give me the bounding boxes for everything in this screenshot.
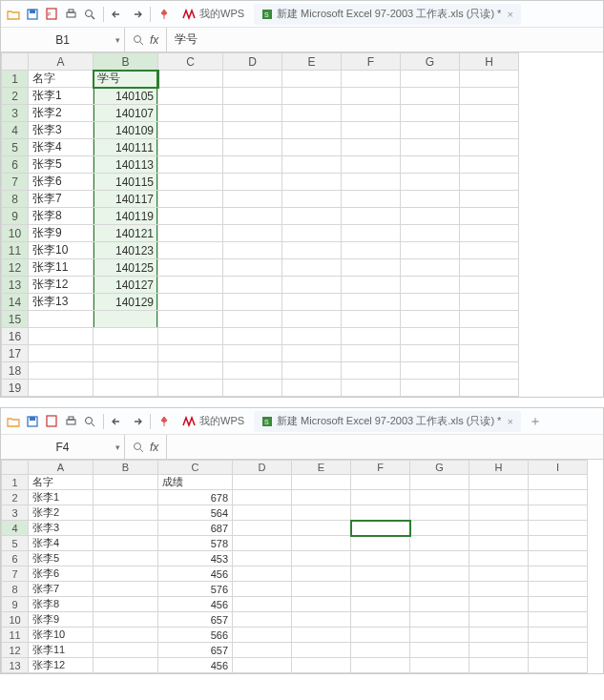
cell[interactable] xyxy=(29,345,94,362)
cell[interactable] xyxy=(410,612,469,628)
cell[interactable] xyxy=(469,505,529,521)
cell[interactable]: 张李2 xyxy=(29,105,94,122)
cell[interactable] xyxy=(233,505,292,521)
cell[interactable] xyxy=(292,551,351,566)
corner-cell[interactable] xyxy=(2,53,29,71)
cell[interactable] xyxy=(351,536,410,551)
cell[interactable]: 张李8 xyxy=(29,208,94,225)
cell[interactable]: 张李12 xyxy=(29,658,94,673)
cell[interactable]: 张李1 xyxy=(29,88,94,105)
cell[interactable]: 张李5 xyxy=(29,551,94,566)
cell[interactable] xyxy=(158,88,223,105)
row-header[interactable]: 1 xyxy=(2,475,29,490)
row-header[interactable]: 11 xyxy=(2,628,29,643)
cell[interactable]: 张李9 xyxy=(29,612,94,628)
cell[interactable] xyxy=(282,71,342,88)
cell[interactable] xyxy=(401,259,460,277)
col-header-E[interactable]: E xyxy=(292,461,351,475)
cell[interactable]: 140123 xyxy=(94,242,158,259)
cell[interactable] xyxy=(529,612,588,628)
pin-icon[interactable] xyxy=(156,413,173,430)
cell[interactable] xyxy=(292,475,351,490)
cell[interactable] xyxy=(410,582,469,597)
cell[interactable] xyxy=(351,490,410,505)
cell[interactable] xyxy=(158,259,223,277)
close-icon[interactable]: × xyxy=(507,416,512,427)
folder-open-icon[interactable] xyxy=(5,413,22,430)
cell[interactable] xyxy=(342,88,401,105)
row-header[interactable]: 6 xyxy=(2,551,29,566)
cell[interactable]: 564 xyxy=(158,505,233,521)
cell[interactable] xyxy=(94,380,158,397)
cell[interactable]: 140105 xyxy=(94,88,158,105)
cell[interactable] xyxy=(223,362,282,380)
cell[interactable] xyxy=(292,521,351,536)
col-header-F[interactable]: F xyxy=(351,461,410,475)
cell[interactable] xyxy=(233,643,292,658)
col-header-H[interactable]: H xyxy=(460,53,519,71)
cell[interactable] xyxy=(94,582,158,597)
col-header-G[interactable]: G xyxy=(410,461,469,475)
cell[interactable] xyxy=(342,156,401,174)
cell[interactable] xyxy=(158,328,223,345)
cell[interactable] xyxy=(292,628,351,643)
cell[interactable] xyxy=(94,597,158,612)
cell[interactable] xyxy=(158,71,223,88)
cell[interactable]: 576 xyxy=(158,582,233,597)
redo-icon[interactable] xyxy=(128,6,145,23)
cell[interactable] xyxy=(410,536,469,551)
cell[interactable] xyxy=(292,658,351,673)
tab-document[interactable]: S 新建 Microsoft Excel 97-2003 工作表.xls (只读… xyxy=(254,4,521,25)
cell[interactable]: 张李7 xyxy=(29,582,94,597)
cell[interactable] xyxy=(401,156,460,174)
cell[interactable] xyxy=(342,139,401,156)
row-header[interactable]: 13 xyxy=(2,658,29,673)
cell[interactable]: 140115 xyxy=(94,174,158,191)
row-header[interactable]: 9 xyxy=(2,208,29,225)
cell[interactable] xyxy=(94,658,158,673)
cell[interactable] xyxy=(410,643,469,658)
cell[interactable] xyxy=(529,521,588,536)
cell[interactable] xyxy=(158,105,223,122)
cell[interactable]: 566 xyxy=(158,628,233,643)
cell[interactable] xyxy=(529,628,588,643)
row-header[interactable]: 10 xyxy=(2,225,29,242)
cell[interactable] xyxy=(282,88,342,105)
cell[interactable]: 张李2 xyxy=(29,505,94,521)
cell[interactable] xyxy=(292,597,351,612)
cell[interactable]: 456 xyxy=(158,658,233,673)
col-header-G[interactable]: G xyxy=(401,53,460,71)
cell[interactable]: 成绩 xyxy=(158,475,233,490)
cell[interactable] xyxy=(282,328,342,345)
cell[interactable] xyxy=(401,139,460,156)
cell[interactable]: 678 xyxy=(158,490,233,505)
cell[interactable] xyxy=(342,362,401,380)
cell[interactable]: 140127 xyxy=(94,277,158,294)
cell[interactable] xyxy=(460,259,519,277)
cell[interactable] xyxy=(158,191,223,208)
cell[interactable]: 张李5 xyxy=(29,156,94,174)
cell[interactable]: 140119 xyxy=(94,208,158,225)
cell[interactable]: 张李13 xyxy=(29,294,94,311)
cell[interactable] xyxy=(469,490,529,505)
row-header[interactable]: 2 xyxy=(2,88,29,105)
save-icon[interactable] xyxy=(24,6,41,23)
cell[interactable] xyxy=(410,551,469,566)
save-icon[interactable] xyxy=(24,413,41,430)
cell[interactable] xyxy=(282,242,342,259)
cell[interactable] xyxy=(342,174,401,191)
cell[interactable] xyxy=(529,505,588,521)
chevron-down-icon[interactable]: ▾ xyxy=(115,35,120,45)
cell[interactable] xyxy=(94,345,158,362)
cell[interactable] xyxy=(342,191,401,208)
col-header-H[interactable]: H xyxy=(469,461,529,475)
cell[interactable] xyxy=(401,208,460,225)
close-icon[interactable]: × xyxy=(507,9,512,20)
cell[interactable] xyxy=(94,328,158,345)
cell[interactable] xyxy=(342,294,401,311)
cell[interactable] xyxy=(94,521,158,536)
cell[interactable] xyxy=(351,566,410,582)
cell[interactable] xyxy=(94,551,158,566)
cell[interactable] xyxy=(223,88,282,105)
undo-icon[interactable] xyxy=(109,413,126,430)
